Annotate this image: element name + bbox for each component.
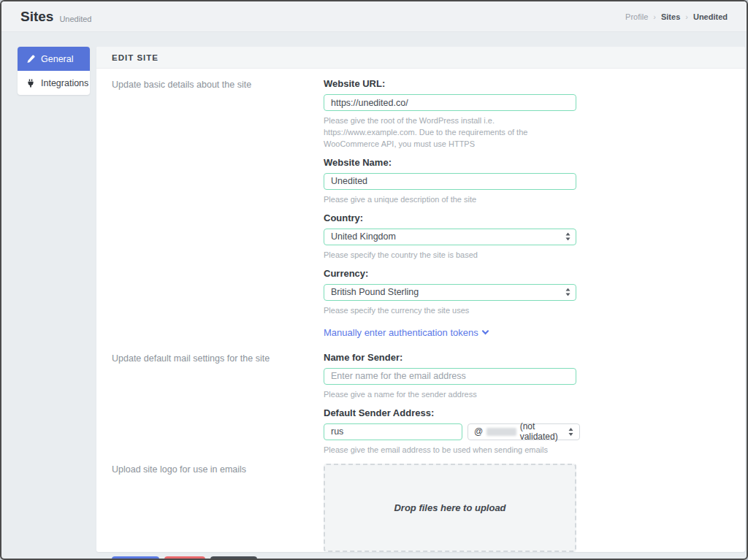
section-description: Update default mail settings for the sit… [112, 353, 324, 464]
sidebar-item-general[interactable]: General [18, 47, 90, 71]
auth-tokens-link-label: Manually enter authentication tokens [324, 327, 478, 338]
auth-tokens-link[interactable]: Manually enter authentication tokens [324, 327, 489, 338]
sender-address-input[interactable] [324, 423, 462, 440]
sender-address-label: Default Sender Address: [324, 408, 576, 418]
panel-body: Update basic details about the site Webs… [96, 69, 745, 560]
sidebar: General Integrations [18, 47, 90, 95]
select-updown-icon [568, 428, 573, 436]
currency-group: Currency: British Pound Sterling Please … [324, 269, 576, 317]
section-description: Upload site logo for use in emails [112, 464, 324, 552]
redacted-domain-blur [486, 428, 516, 436]
form-actions: Submit Reset Cancel [112, 556, 730, 560]
breadcrumb: Profile › Sites › Unedited [625, 12, 728, 21]
page-subtitle: Unedited [59, 15, 91, 23]
page-title: Sites [20, 9, 53, 25]
chevron-down-icon [482, 330, 489, 335]
dropzone-label: Drop files here to upload [394, 502, 505, 513]
section-basic-details: Update basic details about the site Webs… [112, 79, 730, 353]
section-logo-upload: Upload site logo for use in emails Drop … [112, 464, 730, 552]
sender-address-group: Default Sender Address: @ (not validated… [324, 408, 576, 456]
breadcrumb-separator-icon: › [653, 12, 656, 21]
website-name-input[interactable] [324, 173, 576, 190]
country-select[interactable]: United Kingdom [324, 229, 576, 245]
pencil-icon [26, 55, 35, 64]
domain-validation-suffix: (not validated) [520, 421, 565, 442]
sender-name-input[interactable] [324, 368, 576, 385]
website-url-help: Please give the root of the WordPress in… [324, 115, 576, 150]
mail-fields: Name for Sender: Please give a name for … [324, 353, 576, 464]
breadcrumb-item-unedited: Unedited [693, 12, 728, 21]
submit-button[interactable]: Submit [112, 556, 159, 560]
app-window: Sites Unedited Profile › Sites › Unedite… [0, 0, 748, 560]
basic-fields: Website URL: Please give the root of the… [324, 79, 576, 353]
section-mail-settings: Update default mail settings for the sit… [112, 353, 730, 464]
breadcrumb-item-profile[interactable]: Profile [625, 12, 648, 21]
sender-name-help: Please give a name for the sender addres… [324, 389, 576, 401]
sidebar-item-label: Integrations [41, 78, 88, 88]
website-url-input[interactable] [324, 94, 576, 111]
website-url-label: Website URL: [324, 79, 576, 89]
currency-label: Currency: [324, 269, 576, 279]
panel-header: EDIT SITE [96, 47, 745, 69]
currency-select[interactable]: British Pound Sterling [324, 284, 576, 301]
top-bar: Sites Unedited Profile › Sites › Unedite… [1, 1, 747, 32]
reset-button[interactable]: Reset [164, 556, 206, 560]
cancel-button[interactable]: Cancel [210, 556, 256, 560]
country-label: Country: [324, 213, 576, 223]
country-help: Please specify the country the site is b… [324, 250, 576, 261]
logo-dropzone[interactable]: Drop files here to upload [324, 464, 576, 552]
content-area: General Integrations EDIT SITE Update ba… [1, 32, 747, 559]
breadcrumb-separator-icon: › [685, 12, 688, 21]
sender-domain-select[interactable]: @ (not validated) [468, 423, 580, 440]
sender-name-label: Name for Sender: [324, 353, 576, 363]
website-name-group: Website Name: Please give a unique descr… [324, 158, 576, 206]
sidebar-item-integrations[interactable]: Integrations [18, 71, 90, 95]
country-group: Country: United Kingdom Please specify t… [324, 213, 576, 261]
sender-name-group: Name for Sender: Please give a name for … [324, 353, 576, 401]
website-url-group: Website URL: Please give the root of the… [324, 79, 576, 150]
section-description: Update basic details about the site [112, 79, 324, 353]
website-name-help: Please give a unique description of the … [324, 194, 576, 206]
plug-icon [26, 79, 35, 88]
sidebar-item-label: General [41, 54, 73, 64]
edit-site-panel: EDIT SITE Update basic details about the… [96, 47, 745, 552]
sender-address-help: Please give the email address to be used… [324, 445, 576, 456]
breadcrumb-item-sites[interactable]: Sites [661, 12, 680, 21]
currency-help: Please specify the currency the site use… [324, 305, 576, 317]
domain-at-prefix: @ [474, 426, 483, 437]
website-name-label: Website Name: [324, 158, 576, 168]
